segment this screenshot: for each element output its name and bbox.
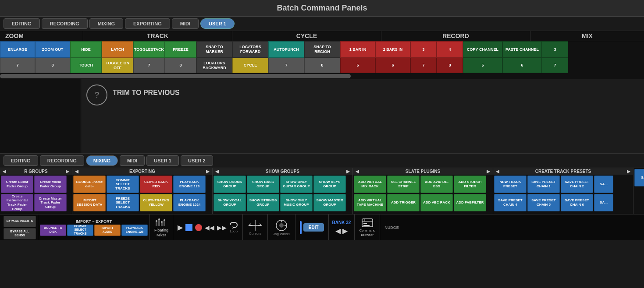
cmd-r5[interactable]: 5 [340, 58, 375, 73]
cmd-r7[interactable]: 7 [410, 58, 437, 73]
btn-commit-select-tracks-1[interactable]: COMMIT SELECT TRACKS [107, 176, 139, 193]
btab-editing[interactable]: EDITING [4, 155, 38, 166]
cmd-snap-to-region[interactable]: SNAP TO REGION [304, 41, 340, 58]
btn-bypass-all-sends[interactable]: BYPASS ALL SENDS [4, 228, 36, 239]
btn-show-vocal[interactable]: SHOW VOCAL GROUP [213, 194, 246, 211]
cmd-r6[interactable]: 6 [375, 58, 410, 73]
cmd-m6[interactable]: 6 [502, 58, 542, 73]
bank32-prev[interactable]: ◀ [335, 227, 341, 235]
btn-create-vocal-fader[interactable]: Create Vocal Fader Group [34, 176, 67, 193]
btn-new-track-preset[interactable]: NEW TRACK PRESET [494, 176, 527, 193]
cmd-togglestack[interactable]: TOGGLESTACK [133, 41, 165, 58]
btn-playback-engine-128[interactable]: PLAYBACK ENGINE 128 [173, 176, 206, 193]
btn-bounce-to-disk[interactable]: BOUNCE TO DISK [40, 225, 66, 236]
btn-import-session[interactable]: IMPORT SESSION DATA [73, 194, 106, 211]
btn-save-preset-chain-6[interactable]: SAVE PRESET CHAIN 6 [561, 194, 593, 211]
panel-presets-arrow-left[interactable]: ◀ [496, 169, 499, 174]
cmd-cycle[interactable]: CYCLE [232, 58, 268, 73]
cmd-toggle-on-off[interactable]: TOGGLE ON OFF [102, 58, 133, 73]
cmd-c7[interactable]: 7 [268, 58, 304, 73]
edit-button[interactable]: EDIT [303, 223, 324, 232]
cmd-enlarge[interactable]: ENLARGE [0, 41, 35, 58]
btn-add-trigger[interactable]: ADD TRIGGER [387, 194, 420, 211]
transport-play[interactable]: ▶ [178, 223, 183, 232]
panel-exporting-arrow-left[interactable]: ◀ [75, 169, 78, 174]
tab-editing[interactable]: EDITING [4, 18, 40, 29]
btn-show-strings[interactable]: SHOW STRINGS GROUP [247, 194, 279, 211]
cmd-r8[interactable]: 8 [437, 58, 463, 73]
tab-user1[interactable]: USER 1 [200, 18, 235, 29]
tab-mixing[interactable]: MIXING [89, 18, 123, 29]
btn-clips-tracks-yellow[interactable]: CLIPS-TRACKS YELLOW [140, 194, 172, 211]
btn-bounce-name[interactable]: BOUNCE -name date- [73, 176, 106, 193]
cmd-zoom-out[interactable]: ZOOM OUT [35, 41, 70, 58]
cmd-copy-channel[interactable]: COPY CHANNEL [463, 41, 502, 58]
btab-midi[interactable]: MIDI [120, 155, 145, 166]
panel-show-groups-arrow-left[interactable]: ◀ [215, 169, 219, 174]
btn-add-virtual-mix[interactable]: ADD VIRTUAL MIX RACK [354, 176, 386, 193]
tab-midi[interactable]: MIDI [172, 18, 199, 29]
panel-rgroups-arrow-right[interactable]: ▶ [66, 169, 69, 174]
cmd-m3[interactable]: 3 [542, 41, 568, 58]
cmd-t7[interactable]: 7 [133, 58, 165, 73]
btn-show-guitar[interactable]: SHOW ONLY GUITAR GROUP [280, 176, 313, 193]
transport-rewind[interactable]: ◀◀ [205, 224, 214, 231]
btn-create-guitar-fader[interactable]: Create Guitar Fader Group [1, 176, 33, 193]
tab-exporting[interactable]: EXPORTING [125, 18, 170, 29]
btn-import-audio[interactable]: IMPORT AUDIO [94, 225, 121, 236]
transport-stop[interactable] [185, 224, 192, 231]
btn-create-instrumental[interactable]: Create Instrumental Track Fader Group [1, 194, 33, 211]
btab-mixing[interactable]: MIXING [86, 155, 118, 166]
cmd-paste-channel[interactable]: PASTE CHANNEL [502, 41, 542, 58]
btn-add-vbc[interactable]: ADD VBC RACK [420, 194, 453, 211]
btab-user2[interactable]: USER 2 [181, 155, 213, 166]
btn-clips-track-red[interactable]: CLIPS-TRACK RED [140, 176, 172, 193]
cmd-z7[interactable]: 7 [0, 58, 35, 73]
btn-save-preset-chain-5[interactable]: SAVE PRESET CHAIN 5 [527, 194, 560, 211]
scroll-bar[interactable] [0, 74, 351, 78]
cmd-locators-backward[interactable]: LOCATORS BACKWARD [196, 58, 232, 73]
cmd-1-bar-in[interactable]: 1 BAR IN [340, 41, 375, 58]
btab-recording[interactable]: RECORDING [40, 155, 84, 166]
btn-save-preset-chain-4[interactable]: SAVE PRESET CHAIN 4 [494, 194, 527, 211]
cmd-locators-forward[interactable]: LOCATORS FORWARD [232, 41, 268, 58]
cmd-c8[interactable]: 8 [304, 58, 340, 73]
btn-freeze-select[interactable]: FREEZE SELECT TRACKS [107, 194, 139, 211]
btn-add-storch[interactable]: ADD STORCH FILTER [454, 176, 486, 193]
btn-show-music[interactable]: SHOW ONLY MUSIC GROUP [280, 194, 313, 211]
btn-save-preset-chain-1[interactable]: SAVE PRESET CHAIN 1 [527, 176, 560, 193]
cmd-touch[interactable]: TOUCH [70, 58, 102, 73]
btn-save-preset-overflow-2[interactable]: SA... [594, 194, 613, 211]
panel-slate-arrow-right[interactable]: ▶ [487, 169, 490, 174]
cmd-latch[interactable]: LATCH [102, 41, 133, 58]
btn-add-avid[interactable]: ADD AVID DE-ESS [420, 176, 453, 193]
btn-show-bass[interactable]: SHOW BASS GROUP [247, 176, 279, 193]
btn-create-master[interactable]: Create Master Track Fader Group [34, 194, 67, 211]
btn-add-virtual-tape[interactable]: ADD VIRTUAL TAPE MACHINE [354, 194, 386, 211]
btn-add-fabfilter[interactable]: ADD FABFILTER [454, 194, 486, 211]
btn-show-keys[interactable]: SHOW KEYS GROUP [313, 176, 346, 193]
panel-slate-arrow-left[interactable]: ◀ [356, 169, 359, 174]
panel-presets-arrow-right[interactable]: ▶ [627, 169, 630, 174]
cmd-freeze[interactable]: FREEZE [165, 41, 196, 58]
btab-user1[interactable]: USER 1 [146, 155, 179, 166]
cmd-r4[interactable]: 4 [437, 41, 463, 58]
btn-ssl-channel[interactable]: SSL CHANNEL STRIP [387, 176, 420, 193]
panel-exporting-arrow-right[interactable]: ▶ [206, 169, 210, 174]
btn-playback-1024[interactable]: PLAYBACK ENGINE 1024 [173, 194, 206, 211]
btn-show-drums[interactable]: SHOW DRUMS GROUP [213, 176, 246, 193]
transport-forward[interactable]: ▶▶ [217, 224, 227, 231]
cmd-r3[interactable]: 3 [410, 41, 437, 58]
panel-rgroups-arrow-left[interactable]: ◀ [3, 169, 6, 174]
cmd-snap-to-marker[interactable]: SNAP TO MARKER [196, 41, 232, 58]
panel-show-groups-arrow-right[interactable]: ▶ [346, 169, 350, 174]
btn-bypass-inserts[interactable]: BYPASS INSERTS [4, 216, 36, 227]
btn-playback-engine-status[interactable]: PLAYBACK ENGINE 128 [121, 225, 148, 236]
btn-save-preset-overflow-1[interactable]: SA... [594, 176, 613, 193]
cmd-z8[interactable]: 8 [35, 58, 70, 73]
btn-save-preset[interactable]: SAVE PRESET [634, 169, 644, 186]
tab-recording[interactable]: RECORDING [42, 18, 88, 29]
transport-record[interactable] [195, 224, 202, 231]
cmd-m5[interactable]: 5 [463, 58, 502, 73]
btn-commit-select[interactable]: COMMIT SELECT TRACKS [67, 225, 93, 236]
